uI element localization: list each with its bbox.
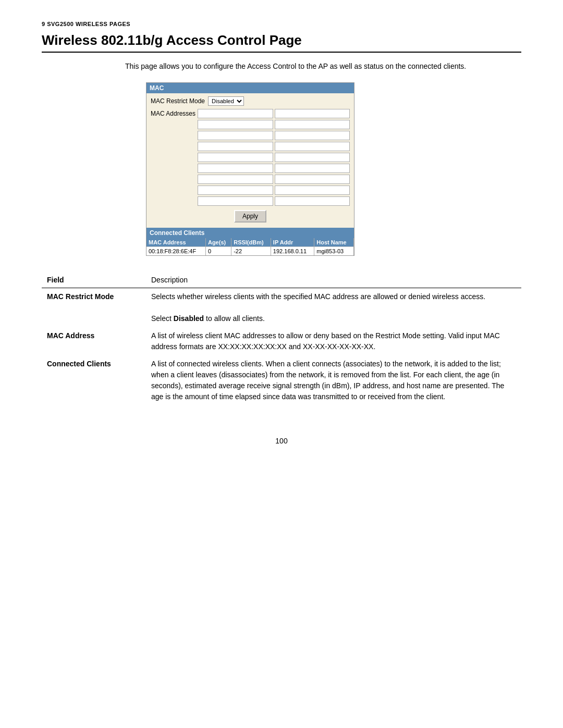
mac-input-2b[interactable]	[275, 120, 350, 129]
mac-input-7b[interactable]	[275, 175, 350, 184]
mac-restrict-row: MAC Restrict Mode Disabled Allow Deny	[149, 96, 352, 106]
ui-panel-wrapper: MAC MAC Restrict Mode Disabled Allow Den…	[146, 82, 354, 256]
client-mac: 00:18:F8:28:6E:4F	[146, 247, 205, 256]
col-mac-address: MAC Address	[146, 238, 205, 247]
field-connected-clients: Connected Clients	[42, 355, 146, 405]
client-host: mgi853-03	[314, 247, 354, 256]
mac-restrict-mode-label: MAC Restrict Mode	[151, 97, 205, 105]
connected-clients-header: Connected Clients	[146, 228, 354, 238]
mac-input-5b[interactable]	[275, 153, 350, 162]
panel-body: MAC Restrict Mode Disabled Allow Deny MA…	[146, 93, 354, 228]
clients-table-header-row: MAC Address Age(s) RSSI(dBm) IP Addr Hos…	[146, 238, 354, 247]
desc-header-row: Field Description	[42, 272, 521, 288]
mac-input-9b[interactable]	[275, 196, 350, 206]
desc-mac-address: A list of wireless client MAC addresses …	[146, 327, 521, 355]
mac-input-2a[interactable]	[198, 120, 273, 129]
mac-input-8a[interactable]	[198, 186, 273, 195]
intro-text: This page allows you to configure the Ac…	[125, 61, 521, 72]
desc-row-mac-address: MAC Address A list of wireless client MA…	[42, 327, 521, 355]
page-number: 100	[42, 437, 521, 445]
mac-panel: MAC MAC Restrict Mode Disabled Allow Den…	[146, 82, 354, 256]
mac-input-5a[interactable]	[198, 153, 273, 162]
col-age: Age(s)	[205, 238, 231, 247]
mac-restrict-select[interactable]: Disabled Allow Deny	[208, 96, 244, 106]
col-host-name: Host Name	[314, 238, 354, 247]
desc-row-connected-clients: Connected Clients A list of connected wi…	[42, 355, 521, 405]
apply-row: Apply	[149, 206, 352, 225]
mac-input-4a[interactable]	[198, 142, 273, 151]
client-ip: 192.168.0.11	[271, 247, 314, 256]
mac-input-7a[interactable]	[198, 175, 273, 184]
mac-input-8b[interactable]	[275, 186, 350, 195]
mac-input-3b[interactable]	[275, 131, 350, 140]
desc-mac-restrict: Selects whether wireless clients with th…	[146, 288, 521, 328]
mac-input-3a[interactable]	[198, 131, 273, 140]
desc-row-mac-restrict: MAC Restrict Mode Selects whether wirele…	[42, 288, 521, 328]
field-mac-restrict: MAC Restrict Mode	[42, 288, 146, 328]
clients-table: MAC Address Age(s) RSSI(dBm) IP Addr Hos…	[146, 238, 354, 255]
chapter-label: 9 SVG2500 WIRELESS PAGES	[42, 21, 521, 27]
field-mac-address: MAC Address	[42, 327, 146, 355]
mac-input-9a[interactable]	[198, 196, 273, 206]
field-header: Field	[42, 272, 146, 288]
description-table: Field Description MAC Restrict Mode Sele…	[42, 272, 521, 405]
mac-input-4b[interactable]	[275, 142, 350, 151]
mac-input-6b[interactable]	[275, 164, 350, 173]
mac-panel-header: MAC	[146, 83, 354, 93]
table-row: 00:18:F8:28:6E:4F 0 -22 192.168.0.11 mgi…	[146, 247, 354, 256]
mac-inputs-grid	[198, 109, 350, 206]
desc-header: Description	[146, 272, 521, 288]
page-title: Wireless 802.11b/g Access Control Page	[42, 32, 521, 53]
mac-input-6a[interactable]	[198, 164, 273, 173]
desc-connected-clients: A list of connected wireless clients. Wh…	[146, 355, 521, 405]
mac-addresses-label: MAC Addresses	[151, 109, 198, 206]
client-rssi: -22	[231, 247, 271, 256]
mac-addresses-section: MAC Addresses	[149, 109, 352, 206]
client-age: 0	[205, 247, 231, 256]
mac-input-1a[interactable]	[198, 109, 273, 118]
col-rssi: RSSI(dBm)	[231, 238, 271, 247]
col-ip-addr: IP Addr	[271, 238, 314, 247]
apply-button[interactable]: Apply	[234, 210, 266, 223]
mac-input-1b[interactable]	[275, 109, 350, 118]
